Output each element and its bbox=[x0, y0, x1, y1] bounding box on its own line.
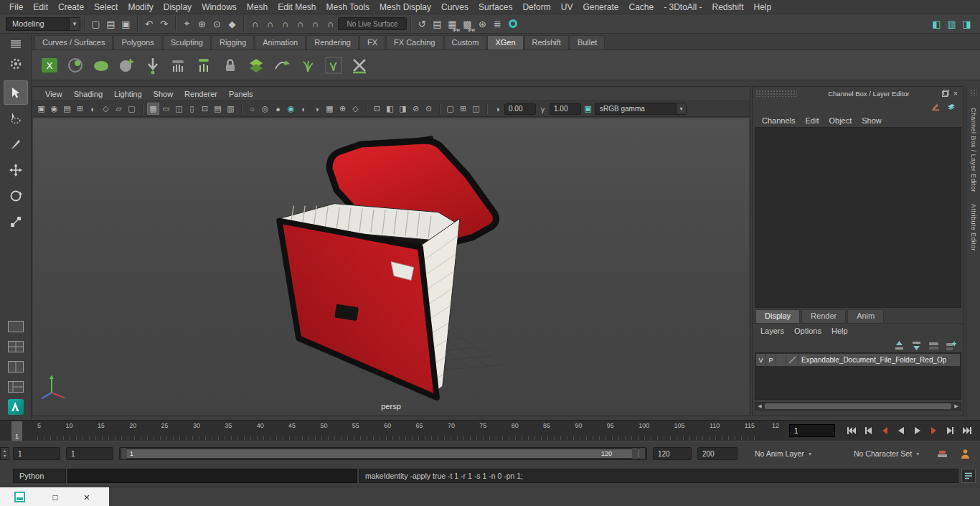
viewport-menu-item[interactable]: Renderer bbox=[179, 90, 223, 98]
shelf-tab[interactable]: FX Caching bbox=[386, 35, 443, 50]
menu-item[interactable]: Surfaces bbox=[473, 0, 517, 14]
menu-item[interactable]: File bbox=[4, 0, 28, 14]
safe-title-icon[interactable]: ▥ bbox=[225, 103, 237, 115]
isolate-select-icon[interactable]: ⊡ bbox=[371, 103, 383, 115]
paint-select-tool[interactable] bbox=[4, 132, 28, 156]
layer-display-type-toggle[interactable] bbox=[776, 355, 786, 365]
step-back-frame-button[interactable] bbox=[860, 423, 875, 439]
time-ruler[interactable]: 5101520253035404550556065707580859095100… bbox=[37, 422, 755, 440]
snap-to-grid-icon[interactable]: ∩ bbox=[248, 17, 263, 32]
live-surface-field[interactable]: No Live Surface bbox=[338, 17, 407, 30]
anim-layer-dropdown[interactable]: No Anim Layer▾ bbox=[755, 447, 811, 460]
gate-mask-icon[interactable]: ▯ bbox=[186, 103, 198, 115]
layer-editor-menu-item[interactable]: Layers bbox=[755, 327, 789, 335]
display-render-settings-icon[interactable]: ≣ bbox=[490, 17, 505, 32]
shelf-tab[interactable]: Rendering bbox=[306, 35, 359, 50]
step-forward-frame-button[interactable] bbox=[943, 423, 958, 439]
snapshot-icon[interactable]: ▱ bbox=[113, 103, 125, 115]
layer-editor-tab[interactable]: Display bbox=[755, 309, 800, 323]
range-slider-track[interactable]: 1 120 bbox=[119, 447, 647, 460]
view-transform-icon[interactable]: ▣ bbox=[582, 103, 594, 115]
screen-space-ao-icon[interactable]: ▦ bbox=[324, 103, 336, 115]
menu-item[interactable]: Display bbox=[159, 0, 197, 14]
undo-icon[interactable]: ↶ bbox=[141, 17, 156, 32]
resolution-gate-icon[interactable]: ◫ bbox=[173, 103, 185, 115]
select-tool[interactable] bbox=[4, 80, 28, 105]
shelf-tab[interactable]: Redshift bbox=[524, 35, 569, 50]
layout-single-pane-button[interactable] bbox=[5, 318, 27, 335]
xgen-interactive-groom-icon[interactable] bbox=[347, 53, 371, 77]
move-tool[interactable] bbox=[4, 158, 28, 182]
background-window-titlebar[interactable]: □ × bbox=[0, 487, 109, 506]
construction-history-icon[interactable]: ↺ bbox=[415, 17, 430, 32]
layout-two-pane-side-button[interactable] bbox=[5, 358, 27, 375]
split-pane-icon[interactable]: ⊞ bbox=[457, 103, 469, 115]
menu-item[interactable]: - 3DtoAll - bbox=[659, 0, 707, 14]
maximize-button[interactable]: □ bbox=[44, 487, 66, 506]
ipr-render-icon[interactable]: ▩IPR bbox=[460, 17, 475, 32]
menu-item[interactable]: Mesh bbox=[242, 0, 273, 14]
playback-end-field[interactable]: 120 bbox=[653, 447, 692, 460]
layer-color-swatch[interactable] bbox=[786, 355, 798, 365]
layer-list-hscrollbar[interactable]: ◀ ▶ bbox=[755, 402, 961, 411]
viewport-menu-item[interactable]: View bbox=[39, 90, 68, 98]
shelf-tab[interactable]: Rigging bbox=[212, 35, 254, 50]
motion-blur-icon[interactable]: ⊕ bbox=[336, 103, 349, 115]
viewport-menu-item[interactable]: Shading bbox=[68, 90, 108, 98]
xray-icon[interactable]: ◧ bbox=[384, 103, 396, 115]
single-pane-icon[interactable]: ▢ bbox=[444, 103, 456, 115]
highlight-selection-icon[interactable]: ◆ bbox=[225, 17, 240, 32]
snap-to-projected-center-icon[interactable]: ∩ bbox=[293, 17, 308, 32]
script-editor-icon[interactable] bbox=[961, 469, 976, 483]
snap-to-point-icon[interactable]: ∩ bbox=[278, 17, 293, 32]
layer-editor-tab[interactable]: Render bbox=[801, 309, 846, 323]
redo-icon[interactable]: ↷ bbox=[156, 17, 171, 32]
shelf-tab[interactable]: XGen bbox=[487, 35, 523, 50]
xgen-attach-icon[interactable] bbox=[141, 53, 164, 77]
field-chart-icon[interactable]: ⊡ bbox=[199, 103, 211, 115]
select-component-icon[interactable]: ⊙ bbox=[209, 17, 225, 32]
go-to-start-button[interactable] bbox=[844, 423, 859, 439]
shelf-tab[interactable]: Bullet bbox=[570, 35, 606, 50]
exposure-icon[interactable]: ◑ bbox=[491, 103, 504, 115]
shelf-tab[interactable]: Polygons bbox=[113, 35, 161, 50]
launch-render-view-icon[interactable] bbox=[509, 19, 517, 28]
menu-item[interactable]: Mesh Tools bbox=[321, 0, 374, 14]
image-plane-icon[interactable]: ⊞ bbox=[74, 103, 86, 115]
shelf-tab[interactable]: Animation bbox=[255, 35, 306, 50]
shelf-tab[interactable]: Custom bbox=[444, 35, 487, 50]
open-render-view-icon[interactable]: ▤ bbox=[430, 17, 445, 32]
current-frame-field[interactable]: 1 bbox=[789, 424, 835, 437]
open-scene-icon[interactable]: ▤ bbox=[103, 17, 118, 32]
character-set-dropdown[interactable]: No Character Set▾ bbox=[854, 447, 919, 460]
layer-name[interactable]: Expandable_Document_File_Folder_Red_Op bbox=[798, 356, 946, 364]
shelf-gear-icon[interactable] bbox=[5, 55, 27, 72]
film-gate-icon[interactable]: ▭ bbox=[160, 103, 172, 115]
wireframe-icon[interactable]: ○ bbox=[246, 103, 258, 115]
toggle-attribute-editor-icon[interactable]: ◨ bbox=[959, 17, 974, 32]
channel-sheet-area[interactable] bbox=[755, 127, 961, 308]
layer-editor-menu-item[interactable]: Options bbox=[789, 327, 826, 335]
command-result-field[interactable]: makeIdentity -apply true -t 1 -r 1 -s 1 … bbox=[359, 469, 958, 483]
time-slider[interactable]: 1 51015202530354045505560657075808590951… bbox=[0, 420, 980, 441]
character-set-icon[interactable] bbox=[958, 447, 971, 460]
lasso-select-tool[interactable] bbox=[4, 106, 28, 131]
menu-item[interactable]: Select bbox=[89, 0, 123, 14]
colorspace-select[interactable]: sRGB gamma ▾ bbox=[595, 103, 687, 115]
grease-pencil-icon[interactable]: ◇ bbox=[100, 103, 112, 115]
viewport-menu-item[interactable]: Lighting bbox=[108, 90, 148, 98]
range-slider-bar[interactable] bbox=[121, 449, 645, 458]
xgen-open-editor-icon[interactable]: X bbox=[37, 53, 61, 77]
scroll-right-icon[interactable]: ▶ bbox=[952, 403, 961, 409]
menu-item[interactable]: UV bbox=[556, 0, 578, 14]
camera-attributes-icon[interactable]: ◉ bbox=[48, 103, 60, 115]
close-panel-icon[interactable]: × bbox=[951, 88, 961, 98]
select-object-icon[interactable]: ⊕ bbox=[194, 17, 209, 32]
xgen-export-curves-icon[interactable] bbox=[270, 53, 293, 77]
float-panel-icon[interactable] bbox=[941, 88, 951, 98]
menu-item[interactable]: Generate bbox=[578, 0, 623, 14]
animation-end-field[interactable]: 200 bbox=[697, 447, 738, 460]
lock-camera-icon[interactable]: ▣ bbox=[35, 103, 47, 115]
layer-visibility-toggle[interactable]: V bbox=[756, 355, 766, 365]
shelf-tab[interactable]: Curves / Surfaces bbox=[34, 35, 113, 50]
